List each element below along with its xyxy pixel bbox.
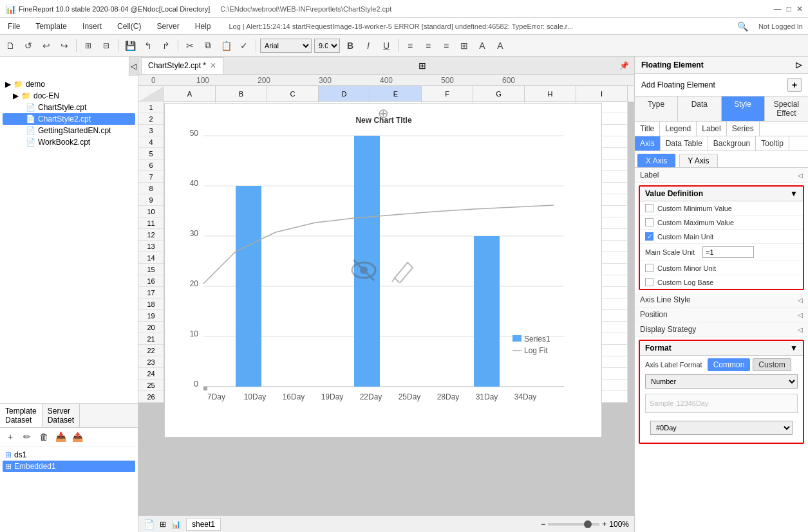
svg-text:20: 20 <box>190 279 199 288</box>
minimize-btn[interactable]: — <box>774 5 782 14</box>
toolbar-paste[interactable]: 📋 <box>218 38 234 53</box>
prop-main-tabs: Type Data Style Special Effect <box>635 96 808 122</box>
zoom-minus[interactable]: − <box>541 520 545 529</box>
format-collapse[interactable]: ▼ <box>790 344 798 353</box>
custom-log-checkbox[interactable] <box>645 278 653 286</box>
tab-chartstyle2[interactable]: ChartStyle2.cpt * ✕ <box>141 57 223 74</box>
toolbar-refresh[interactable]: ↺ <box>21 38 36 53</box>
tree-item-gettingstarted[interactable]: 📄 GettingStartedEN.cpt <box>3 125 135 136</box>
dataset-delete-btn[interactable]: 🗑 <box>36 429 52 445</box>
tree-item-docen[interactable]: ▶ 📁 doc-EN <box>3 90 135 102</box>
font-size-select[interactable]: 9.0 <box>314 39 340 53</box>
toolbar-forward[interactable]: ↱ <box>158 38 174 53</box>
menu-file[interactable]: File <box>5 21 23 32</box>
zoom-slider[interactable] <box>548 523 599 526</box>
dataset-tab-server[interactable]: ServerDataset <box>42 404 80 427</box>
toolbar-redo[interactable]: ↪ <box>57 38 72 53</box>
subtab-series[interactable]: Series <box>727 122 760 136</box>
search-icon[interactable]: 🔍 <box>737 21 748 32</box>
tree-item-chartstyle[interactable]: 📄 ChartStyle.cpt <box>3 102 135 113</box>
dataset-export-btn[interactable]: 📤 <box>70 429 85 445</box>
format-number-select[interactable]: Number <box>645 374 798 389</box>
custom-main-checkbox[interactable]: ✓ <box>645 232 653 241</box>
format-string-select[interactable]: #0Day <box>650 421 793 435</box>
subtab-datatable[interactable]: Data Table <box>661 136 708 151</box>
display-strategy-arrow[interactable]: ◁ <box>798 326 803 333</box>
dataset-item-embedded1[interactable]: ⊞ Embedded1 <box>3 461 135 472</box>
axis-subtab-y[interactable]: Y Axis <box>679 154 717 167</box>
custom-minor-checkbox[interactable] <box>645 264 653 272</box>
tab-pin[interactable]: 📌 <box>619 61 629 70</box>
italic-btn[interactable]: I <box>361 38 376 53</box>
label-collapse-arrow[interactable]: ◁ <box>798 172 803 179</box>
prop-tab-data[interactable]: Data <box>678 96 721 121</box>
menu-help[interactable]: Help <box>193 21 214 32</box>
row-header-16: 16 <box>138 275 164 287</box>
file-icon3: 📄 <box>26 126 35 135</box>
border-btn[interactable]: ⊞ <box>456 38 472 53</box>
menu-server[interactable]: Server <box>154 21 182 32</box>
bold-btn[interactable]: B <box>343 38 358 53</box>
row-header-19: 19 <box>138 310 164 322</box>
header-expand-icon[interactable]: ▷ <box>796 60 802 69</box>
menu-template[interactable]: Template <box>33 21 70 32</box>
axis-line-style-arrow[interactable]: ◁ <box>798 297 803 304</box>
format-custom-btn[interactable]: Custom <box>753 358 791 371</box>
value-def-collapse[interactable]: ▼ <box>790 189 798 198</box>
subtab-tooltip[interactable]: Tooltip <box>756 136 789 151</box>
color-fill[interactable]: A <box>474 38 490 53</box>
menu-insert[interactable]: Insert <box>80 21 104 32</box>
prop-tab-style[interactable]: Style <box>722 96 765 121</box>
format-header[interactable]: Format ▼ <box>640 341 803 356</box>
sheet-area[interactable]: A B C D E F G H I for (let i = 1; i <= 2… <box>138 86 634 515</box>
custom-max-checkbox[interactable] <box>645 218 653 226</box>
toolbar-copy[interactable]: ⧉ <box>200 38 216 53</box>
subtab-axis[interactable]: Axis <box>635 136 661 151</box>
tree-item-chartstyle2[interactable]: 📄 ChartStyle2.cpt <box>3 113 135 125</box>
toolbar-check[interactable]: ✓ <box>236 38 252 53</box>
font-color[interactable]: A <box>493 38 508 53</box>
tab-action[interactable]: ⊞ <box>416 60 429 71</box>
axis-subtab-x[interactable]: X Axis <box>637 154 675 167</box>
subtab-background[interactable]: Backgroun <box>708 136 756 151</box>
toolbar-preview[interactable]: ⊞ <box>80 38 96 53</box>
window-controls[interactable]: — □ ✕ <box>774 5 803 14</box>
tree-item-workbook2[interactable]: 📄 WorkBook2.cpt <box>3 136 135 148</box>
toolbar-save[interactable]: 💾 <box>122 38 138 53</box>
tab-close[interactable]: ✕ <box>210 61 216 70</box>
toolbar-undo[interactable]: ↩ <box>39 38 54 53</box>
format-common-btn[interactable]: Common <box>708 358 751 371</box>
toolbar-back[interactable]: ↰ <box>140 38 156 53</box>
maximize-btn[interactable]: □ <box>787 5 791 14</box>
align-left[interactable]: ≡ <box>402 38 418 53</box>
align-right[interactable]: ≡ <box>438 38 454 53</box>
main-scale-input[interactable] <box>702 246 754 258</box>
position-arrow[interactable]: ◁ <box>798 311 803 318</box>
dataset-item-ds1[interactable]: ⊞ ds1 <box>3 449 135 461</box>
dataset-import-btn[interactable]: 📥 <box>53 429 68 445</box>
align-center[interactable]: ≡ <box>420 38 436 53</box>
sidebar-collapse-btn[interactable]: ◁ <box>129 57 138 76</box>
menu-cell[interactable]: Cell(C) <box>115 21 144 32</box>
sep3 <box>178 39 178 52</box>
close-btn[interactable]: ✕ <box>796 5 803 14</box>
subtab-label[interactable]: Label <box>697 122 726 136</box>
dataset-edit-btn[interactable]: ✏ <box>19 429 35 445</box>
prop-tab-type[interactable]: Type <box>635 96 678 121</box>
underline-btn[interactable]: U <box>379 38 394 53</box>
sheet-tab[interactable]: sheet1 <box>186 518 221 531</box>
zoom-plus[interactable]: + <box>602 520 606 529</box>
dataset-add-btn[interactable]: + <box>3 429 18 445</box>
toolbar-cut[interactable]: ✂ <box>182 38 198 53</box>
tree-item-demo[interactable]: ▶ 📁 demo <box>3 78 135 90</box>
custom-min-checkbox[interactable] <box>645 204 653 212</box>
font-family-select[interactable]: Arial <box>260 39 312 53</box>
subtab-legend[interactable]: Legend <box>660 122 697 136</box>
value-def-header[interactable]: Value Definition ▼ <box>640 187 803 201</box>
add-floating-btn[interactable]: + <box>787 78 802 92</box>
toolbar-new[interactable]: 🗋 <box>3 38 18 53</box>
subtab-title[interactable]: Title <box>635 122 660 136</box>
toolbar-preview2[interactable]: ⊟ <box>99 38 114 53</box>
prop-tab-special[interactable]: Special Effect <box>765 96 808 121</box>
dataset-tab-template[interactable]: TemplateDataset <box>0 404 42 427</box>
